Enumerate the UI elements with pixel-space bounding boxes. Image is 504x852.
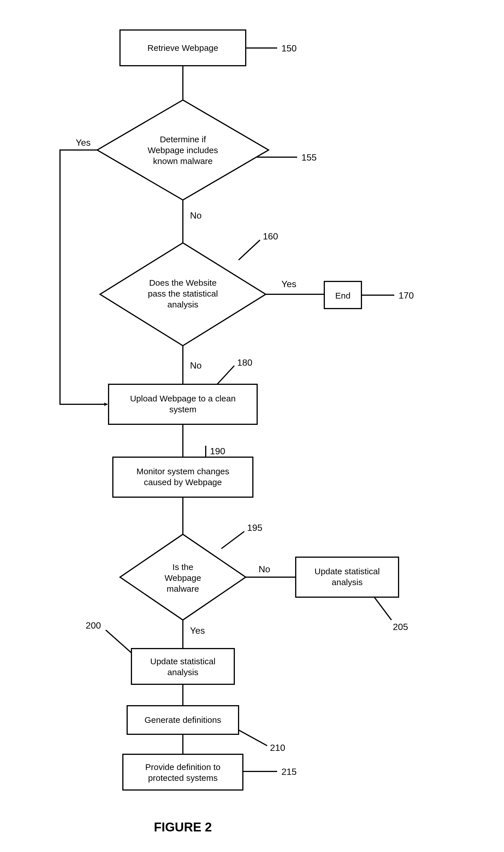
text-215-1: Provide definition to <box>145 762 220 772</box>
node-provide-definition <box>123 754 243 790</box>
label-160-no: No <box>190 360 202 370</box>
text-monitor-2: caused by Webpage <box>144 477 222 487</box>
text-upload-1: Upload Webpage to a clean <box>130 394 236 403</box>
text-monitor-1: Monitor system changes <box>136 467 229 476</box>
flowchart: Retrieve Webpage 150 Determine if Webpag… <box>0 0 504 852</box>
ref-210: 210 <box>270 743 285 753</box>
node-monitor-changes <box>113 457 253 497</box>
figure-label: FIGURE 2 <box>154 820 212 834</box>
text-200-2: analysis <box>167 667 198 677</box>
svg-line-11 <box>221 531 244 548</box>
ref-215: 215 <box>282 766 296 777</box>
ref-195: 195 <box>247 523 262 533</box>
ref-180: 180 <box>237 358 252 368</box>
label-195-no: No <box>258 564 270 574</box>
ref-200: 200 <box>86 620 101 631</box>
text-215-2: protected systems <box>148 773 217 783</box>
ref-155: 155 <box>302 152 317 163</box>
ref-160: 160 <box>263 231 278 241</box>
text-ismalware-2: Webpage <box>165 573 201 583</box>
ref-150: 150 <box>282 43 296 53</box>
text-retrieve-webpage: Retrieve Webpage <box>147 43 218 53</box>
svg-line-17 <box>238 730 267 746</box>
label-195-yes: Yes <box>190 626 205 636</box>
text-210: Generate definitions <box>145 715 221 725</box>
text-200-1: Update statistical <box>150 656 215 666</box>
label-155-no: No <box>190 210 202 221</box>
node-update-stat-200 <box>131 649 234 684</box>
ref-170: 170 <box>399 290 414 301</box>
node-update-stat-205 <box>296 557 399 597</box>
text-determine-1: Determine if <box>160 134 206 144</box>
svg-line-13 <box>374 597 392 620</box>
node-upload-clean-system <box>109 384 257 424</box>
text-end: End <box>335 291 350 300</box>
svg-line-15 <box>106 630 131 653</box>
ref-205: 205 <box>393 622 408 632</box>
text-stat-1: Does the Website <box>149 278 217 287</box>
text-ismalware-1: Is the <box>172 562 193 572</box>
text-determine-2: Webpage includes <box>148 145 218 155</box>
label-155-yes: Yes <box>76 138 91 148</box>
svg-line-4 <box>238 240 260 260</box>
text-upload-2: system <box>169 404 196 414</box>
label-160-yes: Yes <box>282 279 296 289</box>
svg-line-8 <box>217 366 234 384</box>
text-stat-2: pass the statistical <box>148 289 218 298</box>
text-stat-3: analysis <box>167 300 198 309</box>
text-determine-3: known malware <box>153 156 213 166</box>
text-205-1: Update statistical <box>314 566 380 576</box>
text-205-2: analysis <box>332 577 363 587</box>
text-ismalware-3: malware <box>166 584 199 594</box>
ref-190: 190 <box>210 446 225 456</box>
